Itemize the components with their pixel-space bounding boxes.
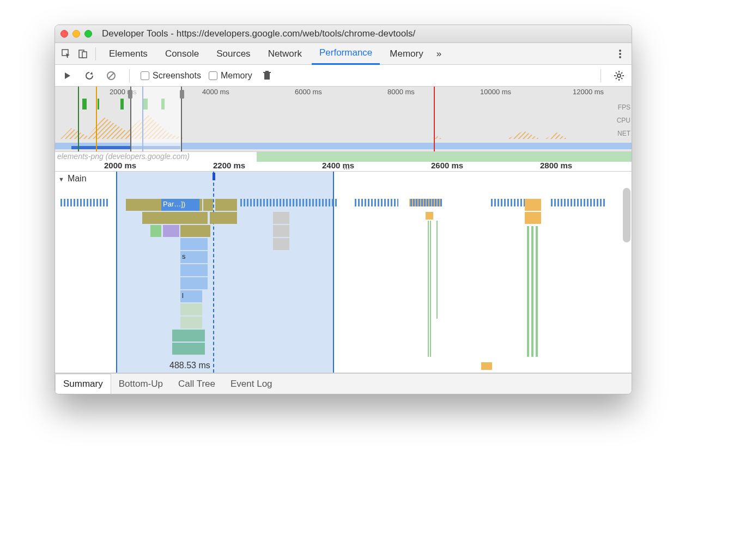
- tab-elements[interactable]: Elements: [101, 43, 155, 65]
- tick: 10000 ms: [480, 88, 511, 96]
- flame-bar[interactable]: [210, 212, 237, 224]
- flame-bar[interactable]: [525, 199, 541, 211]
- traffic-lights: [60, 30, 92, 38]
- svg-point-4: [619, 53, 621, 55]
- record-button-icon[interactable]: [60, 69, 75, 83]
- svg-point-11: [617, 74, 621, 77]
- flame-bar[interactable]: [180, 277, 208, 289]
- svg-point-3: [619, 50, 621, 52]
- details-tabbar: Summary Bottom-Up Call Tree Event Log: [55, 373, 632, 394]
- svg-line-18: [616, 78, 617, 79]
- more-options-icon[interactable]: [613, 47, 627, 61]
- cursor-marker: [213, 173, 215, 180]
- flame-l[interactable]: l: [180, 290, 202, 302]
- tick: 8000 ms: [387, 88, 415, 96]
- flame-bar[interactable]: [180, 316, 202, 328]
- flame-bar[interactable]: [527, 226, 529, 357]
- tab-network[interactable]: Network: [260, 43, 310, 65]
- flame-bar[interactable]: [142, 212, 208, 224]
- svg-rect-9: [263, 72, 271, 73]
- flame-bar[interactable]: [180, 264, 208, 276]
- flame-bar[interactable]: [163, 225, 179, 237]
- flame-bar[interactable]: [180, 238, 208, 250]
- settings-icon[interactable]: [612, 69, 626, 83]
- cursor-dashed-line: [213, 172, 214, 373]
- devtools-window: Developer Tools - https://developers.goo…: [54, 25, 632, 394]
- flame-bar[interactable]: [273, 238, 289, 250]
- reload-button-icon[interactable]: [82, 69, 96, 83]
- scrollbar-thumb[interactable]: [623, 188, 630, 242]
- tick: 2800 ms: [540, 161, 572, 170]
- screenshots-checkbox[interactable]: Screenshots: [141, 71, 201, 81]
- ellipsis: ...: [343, 162, 350, 171]
- flame-bar[interactable]: [428, 221, 429, 357]
- clear-button-icon[interactable]: [104, 69, 118, 83]
- flame-bar[interactable]: [172, 330, 205, 342]
- svg-rect-8: [264, 73, 270, 80]
- tab-sources[interactable]: Sources: [209, 43, 258, 65]
- flame-bar[interactable]: [536, 226, 538, 357]
- garbage-collect-icon[interactable]: [260, 69, 274, 83]
- tab-performance[interactable]: Performance: [312, 43, 380, 65]
- flame-bar[interactable]: [180, 225, 210, 237]
- flame-task[interactable]: [215, 199, 237, 211]
- tick: 6000 ms: [295, 88, 322, 96]
- selection-duration: 488.53 ms: [169, 361, 210, 370]
- marker-red: [434, 87, 435, 151]
- memory-checkbox[interactable]: Memory: [209, 71, 252, 81]
- flame-bar[interactable]: [273, 212, 289, 224]
- flame-bar[interactable]: [430, 221, 431, 357]
- detail-ruler[interactable]: elements-png (developers.google.com) 200…: [55, 152, 632, 172]
- flame-bar[interactable]: [180, 303, 202, 315]
- flame-bar[interactable]: [172, 343, 205, 355]
- device-toolbar-icon[interactable]: [76, 47, 90, 61]
- selection-handle-right[interactable]: [180, 90, 184, 99]
- tab-console[interactable]: Console: [157, 43, 207, 65]
- minimize-window-icon[interactable]: [72, 30, 80, 38]
- separator: [95, 47, 96, 60]
- flame-bar[interactable]: [531, 226, 533, 357]
- flame-bar[interactable]: [481, 362, 492, 370]
- tab-memory[interactable]: Memory: [382, 43, 430, 65]
- memory-label: Memory: [221, 71, 252, 81]
- svg-line-19: [621, 72, 622, 74]
- tabs-overflow-icon[interactable]: »: [433, 43, 445, 65]
- overview-selection[interactable]: [130, 87, 182, 151]
- tick: 4000 ms: [202, 88, 229, 96]
- flame-parse[interactable]: Par…]): [161, 199, 199, 211]
- flame-bar[interactable]: [525, 212, 541, 224]
- tick: 2200 ms: [213, 161, 245, 170]
- tab-summary[interactable]: Summary: [55, 374, 111, 394]
- main-thread-panel[interactable]: Main 488.53 ms Par…]) s: [55, 172, 632, 373]
- tick: 12000 ms: [573, 88, 604, 96]
- ghost-network-label: elements-png (developers.google.com): [57, 152, 190, 161]
- tab-event-log[interactable]: Event Log: [223, 374, 280, 394]
- window-title: Developer Tools - https://developers.goo…: [102, 28, 626, 39]
- main-thread-label[interactable]: Main: [58, 174, 87, 184]
- performance-toolbar: Screenshots Memory: [55, 65, 632, 87]
- flame-s[interactable]: s: [180, 251, 208, 263]
- selection-handle-left[interactable]: [128, 90, 132, 99]
- flame-bar[interactable]: [150, 225, 161, 237]
- svg-point-5: [619, 56, 621, 58]
- close-window-icon[interactable]: [60, 30, 68, 38]
- svg-rect-10: [265, 71, 269, 72]
- svg-rect-2: [82, 52, 87, 58]
- separator: [129, 69, 130, 82]
- tab-call-tree[interactable]: Call Tree: [171, 374, 223, 394]
- tab-bottom-up[interactable]: Bottom-Up: [111, 374, 171, 394]
- svg-line-16: [616, 72, 617, 74]
- zoom-window-icon[interactable]: [84, 30, 92, 38]
- devtools-tabbar: Elements Console Sources Network Perform…: [55, 43, 632, 65]
- separator: [601, 69, 601, 82]
- flame-bar[interactable]: [273, 225, 289, 237]
- flame-bar[interactable]: [426, 212, 433, 220]
- screenshots-label: Screenshots: [153, 71, 201, 81]
- tick: 2000 ms: [104, 161, 136, 170]
- tick: 2600 ms: [431, 161, 463, 170]
- flame-bar[interactable]: [436, 221, 438, 319]
- inspect-element-icon[interactable]: [59, 47, 74, 61]
- overview-timeline[interactable]: 2000 ms 4000 ms 6000 ms 8000 ms 10000 ms…: [55, 87, 632, 152]
- marker-green: [78, 87, 79, 151]
- flame-task[interactable]: [203, 199, 213, 211]
